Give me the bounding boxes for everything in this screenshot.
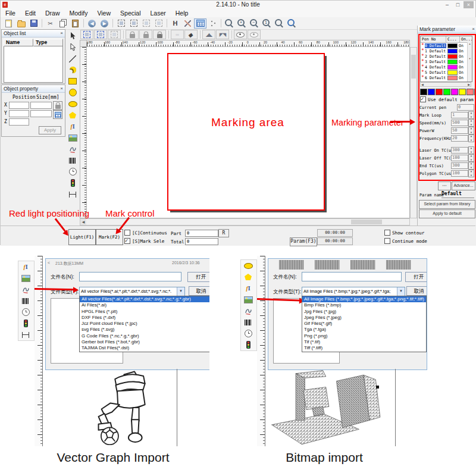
curve-button[interactable] [66, 64, 79, 76]
color-swatch[interactable] [451, 89, 458, 95]
continuous-checkbox[interactable] [124, 230, 130, 236]
pos-y-input[interactable] [9, 110, 29, 117]
expand-params-button[interactable]: ◦◦◦ [438, 181, 451, 190]
close-icon[interactable]: × [472, 26, 475, 33]
spinner-icon[interactable]: ▲▼ [468, 119, 474, 127]
restore-button[interactable]: □ [453, 1, 463, 8]
file-type-combobox[interactable]: All vector Files(*.ai;*.plt;*.dxf;*.dst;… [79, 287, 185, 296]
anchor-grid-button[interactable] [53, 110, 62, 119]
pen-list-hscrollbar[interactable]: ◀▶ [420, 82, 471, 87]
color-swatch[interactable] [466, 89, 474, 95]
scroll-left-icon[interactable]: ◀ [80, 219, 86, 225]
spinner-icon[interactable]: ▲▼ [468, 146, 474, 154]
zoom-object-button[interactable] [286, 18, 298, 29]
vector-file-button[interactable] [66, 143, 79, 155]
cancel-button[interactable]: 取消 [189, 286, 209, 296]
apply-button[interactable]: Apply [39, 126, 61, 134]
hatch-button[interactable]: H [169, 18, 181, 29]
lock-ratio-button[interactable] [53, 101, 62, 110]
barcode-button[interactable] [66, 155, 79, 166]
snap-guide-button[interactable] [108, 30, 121, 39]
spinner-icon[interactable]: ▲▼ [468, 111, 474, 119]
barcode-button[interactable] [241, 317, 255, 328]
trafficlight-button[interactable] [241, 339, 255, 350]
pen-list-scrollbar[interactable]: ▲▼ [467, 42, 472, 82]
pen-row[interactable]: *1 DefaultOn [421, 48, 472, 54]
param-name-value[interactable]: Default [441, 191, 474, 198]
color-swatch[interactable] [428, 89, 435, 95]
light-button[interactable]: Light(F1) [68, 229, 96, 245]
use-default-checkbox[interactable] [420, 96, 426, 102]
apply-to-default-button[interactable]: Apply to default [419, 209, 475, 218]
file-type-option[interactable]: All Image Files (*.bmp;*.jpg;*.jpeg;*.gi… [302, 296, 426, 302]
object-list-body[interactable] [4, 46, 63, 83]
new-button[interactable] [2, 18, 15, 29]
file-type-option[interactable]: Jpg Files (*.jpg) [302, 309, 426, 315]
preview-eye2-button[interactable] [248, 30, 261, 39]
menu-file[interactable]: File [1, 10, 20, 17]
trafficlight-button[interactable] [66, 177, 79, 189]
spinner-icon[interactable]: ▲▼ [468, 162, 474, 170]
file-type-option[interactable]: Tga (*.tga) [302, 327, 426, 333]
param-value-input[interactable]: 50 [451, 127, 468, 134]
select-param-library-button[interactable]: Select param from library [419, 200, 475, 209]
file-type-option[interactable]: HPGL Files (*.plt) [80, 309, 209, 315]
file-type-option[interactable]: Png (*.png) [302, 333, 426, 339]
ellipse-button[interactable] [241, 260, 255, 271]
lock-z-button[interactable] [153, 30, 166, 39]
fill-flag-button[interactable]: ◆ [184, 30, 198, 39]
open-button[interactable]: 打开 [187, 272, 209, 282]
circle-button[interactable] [66, 87, 79, 98]
file-type-option[interactable]: Jpeg Files (*.jpeg) [302, 315, 426, 321]
file-type-option[interactable]: Tif (*.tif) [302, 339, 426, 345]
snap-object-button[interactable] [94, 30, 107, 39]
file-thumbnail[interactable] [315, 260, 340, 270]
continue-mode-checkbox[interactable] [384, 238, 390, 244]
cancel-button[interactable]: 取消 [406, 286, 427, 296]
spinner-icon[interactable]: ▲▼ [468, 127, 474, 134]
close-icon[interactable]: × [60, 30, 63, 37]
minimize-button[interactable]: – [442, 1, 452, 8]
file-type-option[interactable]: TAJIMA Dst Files(*.dst) [80, 345, 209, 351]
param-value-input[interactable]: 100 [451, 155, 468, 161]
total-input[interactable]: 0 [185, 238, 218, 245]
zoom-in-button[interactable]: + [236, 18, 248, 29]
text-button[interactable]: fI [66, 121, 79, 132]
vector-file-button[interactable] [241, 305, 255, 317]
menu-view[interactable]: View [92, 10, 115, 17]
vector-file-button[interactable] [18, 284, 33, 295]
menu-help[interactable]: Help [171, 10, 193, 17]
part-input[interactable]: 0 [185, 230, 218, 237]
color-swatch[interactable] [459, 89, 466, 95]
color-swatch[interactable] [443, 89, 450, 95]
select-pen-button[interactable] [152, 18, 165, 29]
extend-button[interactable] [18, 329, 33, 340]
clock-button[interactable] [66, 166, 79, 177]
open-button[interactable]: 打开 [405, 272, 427, 282]
pen-row[interactable]: *3 DefaultOn [421, 59, 472, 64]
param-value-input[interactable]: 1 [451, 112, 468, 118]
horizontal-scrollbar[interactable]: ◀ [80, 218, 410, 226]
pen-row[interactable]: *0 DefaultOn [421, 43, 472, 48]
polygon-button[interactable] [66, 109, 79, 121]
pen-row[interactable]: *4 DefaultOn [421, 64, 472, 70]
mirror-vertical-button[interactable]: ◤◥ [216, 30, 229, 39]
snap-grid-button[interactable] [80, 30, 93, 39]
size-y-input[interactable] [30, 110, 52, 117]
reset-count-button[interactable]: R [218, 229, 229, 237]
advance-button[interactable]: Advance... [452, 181, 475, 190]
pen-row[interactable]: *2 DefaultOn [421, 54, 472, 59]
param-value-input[interactable]: 500 [451, 120, 468, 126]
node-snap-button[interactable]: ▫▫ [171, 30, 184, 39]
param-f3-button[interactable]: Param(F3) [290, 237, 317, 246]
spinner-icon[interactable]: ▲▼ [468, 134, 474, 142]
undo-button[interactable]: ◀ [86, 18, 98, 29]
image-button[interactable] [241, 294, 255, 305]
menu-modify[interactable]: Modify [65, 10, 93, 17]
preview-eye-button[interactable] [234, 30, 247, 39]
select-all-button[interactable] [127, 18, 140, 29]
menu-draw[interactable]: Draw [40, 10, 65, 17]
footsteps-button[interactable] [206, 18, 219, 29]
color-swatch[interactable] [436, 89, 443, 95]
color-swatch[interactable] [420, 89, 427, 95]
